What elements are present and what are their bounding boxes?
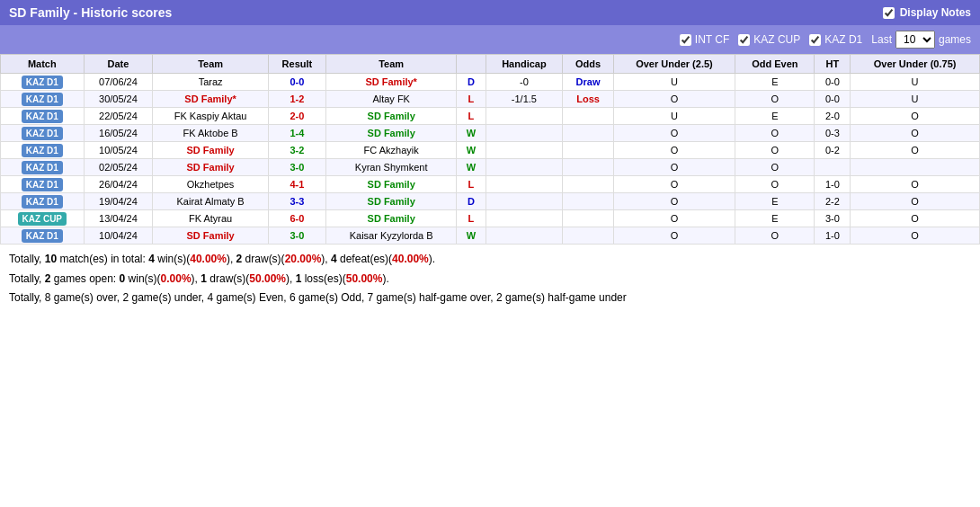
cell-score: 1-4: [268, 125, 325, 142]
cell-ou25: O: [613, 193, 735, 210]
display-notes-checkbox[interactable]: [883, 7, 895, 19]
cell-date: 02/05/24: [84, 159, 153, 176]
cell-oe: O: [735, 125, 815, 142]
cell-team1: FK Kaspiy Aktau: [153, 108, 269, 125]
cell-team1: SD Family: [153, 159, 269, 176]
cell-result-letter: W: [457, 125, 486, 142]
summary-line2: Totally, 2 games open: 0 win(s)(0.00%), …: [9, 270, 971, 289]
cell-oe: O: [735, 176, 815, 193]
col-date: Date: [84, 55, 153, 74]
cell-score: 3-2: [268, 142, 325, 159]
cell-ou25: O: [613, 176, 735, 193]
cell-odds: [563, 159, 613, 176]
col-ht: HT: [815, 55, 851, 74]
cell-team1: FK Aktobe B: [153, 125, 269, 142]
cell-team1: Taraz: [153, 74, 269, 91]
scores-table: Match Date Team Result Team Handicap Odd…: [0, 54, 980, 245]
cell-match: KAZ D1: [1, 227, 85, 245]
cell-odds: [563, 227, 613, 245]
cell-oe: O: [735, 227, 815, 245]
last-games-select[interactable]: 10 5 15 20 25 30: [895, 31, 935, 49]
cell-date: 19/04/24: [84, 193, 153, 210]
cell-result-letter: W: [457, 142, 486, 159]
cell-odds: Draw: [563, 74, 613, 91]
table-row: KAZ D102/05/24SD Family3-0Kyran Shymkent…: [1, 159, 980, 176]
cell-date: 07/06/24: [84, 74, 153, 91]
cell-odds: [563, 210, 613, 227]
games-label: games: [939, 33, 971, 46]
col-over-under-25: Over Under (2.5): [613, 55, 735, 74]
cell-score: 3-3: [268, 193, 325, 210]
summary-line3: Totally, 8 game(s) over, 2 game(s) under…: [9, 289, 971, 308]
cell-match: KAZ D1: [1, 108, 85, 125]
table-row: KAZ D116/05/24FK Aktobe B1-4SD FamilyWOO…: [1, 125, 980, 142]
cell-ht: 2-0: [815, 108, 851, 125]
cell-ht: 0-0: [815, 74, 851, 91]
summary-line1: Totally, 10 match(es) in total: 4 win(s)…: [9, 250, 971, 270]
cell-result-letter: L: [457, 176, 486, 193]
cell-date: 10/05/24: [84, 142, 153, 159]
kaz-cup-checkbox[interactable]: [738, 34, 750, 46]
cell-ou25: O: [613, 210, 735, 227]
col-result-letter: [457, 55, 486, 74]
summary-section: Totally, 10 match(es) in total: 4 win(s)…: [0, 245, 980, 314]
cell-ht: 0-3: [815, 125, 851, 142]
cell-odds: [563, 125, 613, 142]
cell-date: 10/04/24: [84, 227, 153, 245]
table-row: KAZ CUP13/04/24FK Atyrau6-0SD FamilyLOE3…: [1, 210, 980, 227]
cell-oe: E: [735, 74, 815, 91]
cell-team2: SD Family: [325, 210, 456, 227]
col-match: Match: [1, 55, 85, 74]
filter-kaz-d1: KAZ D1: [809, 33, 862, 46]
cell-ou075: O: [851, 176, 980, 193]
cell-team2: SD Family: [325, 176, 456, 193]
cell-team2: Kyran Shymkent: [325, 159, 456, 176]
kaz-d1-label: KAZ D1: [824, 33, 862, 46]
cell-ou25: O: [613, 159, 735, 176]
cell-ht: 1-0: [815, 176, 851, 193]
cell-ou25: O: [613, 125, 735, 142]
cell-match: KAZ CUP: [1, 210, 85, 227]
cell-score: 2-0: [268, 108, 325, 125]
cell-ht: 0-2: [815, 142, 851, 159]
last-games-control: Last 10 5 15 20 25 30 games: [871, 31, 971, 49]
cell-team1: FK Atyrau: [153, 210, 269, 227]
cell-odds: Loss: [563, 91, 613, 108]
kaz-d1-checkbox[interactable]: [809, 34, 821, 46]
cell-odds: [563, 193, 613, 210]
cell-result-letter: L: [457, 210, 486, 227]
col-handicap: Handicap: [486, 55, 563, 74]
cell-oe: O: [735, 91, 815, 108]
cell-team2: Kaisar Kyzylorda B: [325, 227, 456, 245]
cell-result-letter: W: [457, 227, 486, 245]
filter-kaz-cup: KAZ CUP: [738, 33, 800, 46]
cell-ou075: [851, 159, 980, 176]
table-header-row: Match Date Team Result Team Handicap Odd…: [1, 55, 980, 74]
table-row: KAZ D126/04/24Okzhetpes4-1SD FamilyLOO1-…: [1, 176, 980, 193]
cell-odds: [563, 142, 613, 159]
cell-team1: Okzhetpes: [153, 176, 269, 193]
cell-ou25: U: [613, 108, 735, 125]
table-row: KAZ D122/05/24FK Kaspiy Aktau2-0SD Famil…: [1, 108, 980, 125]
cell-ou25: U: [613, 74, 735, 91]
cell-handicap: [486, 193, 563, 210]
cell-date: 26/04/24: [84, 176, 153, 193]
table-row: KAZ D130/05/24SD Family*1-2Altay FKL-1/1…: [1, 91, 980, 108]
cell-ou075: U: [851, 91, 980, 108]
int-cf-label: INT CF: [695, 33, 729, 46]
cell-ht: 2-2: [815, 193, 851, 210]
cell-score: 4-1: [268, 176, 325, 193]
cell-oe: O: [735, 142, 815, 159]
display-notes-label: Display Notes: [900, 6, 971, 19]
cell-oe: O: [735, 159, 815, 176]
cell-score: 3-0: [268, 227, 325, 245]
cell-handicap: [486, 159, 563, 176]
cell-odds: [563, 176, 613, 193]
cell-match: KAZ D1: [1, 142, 85, 159]
cell-match: KAZ D1: [1, 74, 85, 91]
col-over-under-075: Over Under (0.75): [851, 55, 980, 74]
int-cf-checkbox[interactable]: [680, 34, 691, 46]
col-odds: Odds: [563, 55, 613, 74]
cell-handicap: [486, 176, 563, 193]
table-row: KAZ D107/06/24Taraz0-0SD Family*D-0DrawU…: [1, 74, 980, 91]
